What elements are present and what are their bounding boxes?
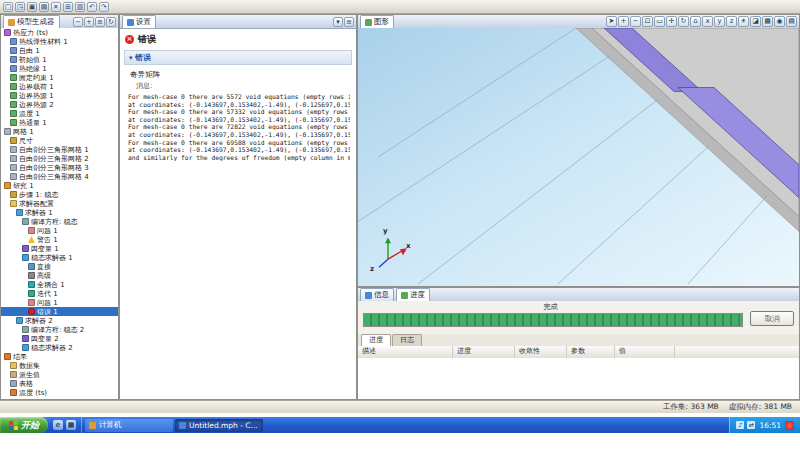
undo-icon[interactable]: ↶ — [87, 2, 97, 12]
column-header[interactable]: 参数 — [567, 346, 615, 358]
network-icon[interactable]: ⇄ — [747, 421, 755, 429]
rotate-icon[interactable]: ↻ — [678, 16, 689, 27]
column-header[interactable]: 描述 — [358, 346, 453, 358]
z-view-icon[interactable]: z — [726, 16, 737, 27]
tree-item[interactable]: 错误 1 — [1, 307, 118, 316]
tab-进度[interactable]: 进度 — [396, 288, 430, 301]
tree-item-label: 自由剖分三角形网格 3 — [19, 163, 89, 172]
tree-item[interactable]: 因变量 2 — [1, 334, 118, 343]
tab-settings[interactable]: 设置 — [122, 15, 156, 28]
collapse-all-icon[interactable]: − — [73, 17, 83, 27]
refresh-icon[interactable]: ↻ — [106, 17, 116, 27]
zoom-extents-icon[interactable]: ⊡ — [642, 16, 653, 27]
pin-icon[interactable]: ▾ — [333, 17, 343, 27]
progress-table-body[interactable] — [358, 358, 799, 399]
subtab-进度[interactable]: 进度 — [361, 334, 391, 346]
zoom-out-icon[interactable]: − — [630, 16, 641, 27]
model-tree[interactable]: 热应力 (ts)热线弹性材料 1自由 1初始值 1热绝缘 1固定约束 1边界载荷… — [1, 28, 118, 399]
tree-item[interactable]: 问题 1 — [1, 298, 118, 307]
tree-item[interactable]: 自由剖分三角形网格 3 — [1, 163, 118, 172]
compile-icon — [22, 326, 29, 333]
tree-item[interactable]: 热应力 (ts) — [1, 28, 118, 37]
tree-item[interactable]: 热通量 1 — [1, 118, 118, 127]
tree-item[interactable]: 编译方程: 稳态 2 — [1, 325, 118, 334]
tree-item[interactable]: 编译方程: 稳态 — [1, 217, 118, 226]
zoom-in-icon[interactable]: + — [618, 16, 629, 27]
copy-icon[interactable]: ⊞ — [63, 2, 73, 12]
tree-item[interactable]: 自由剖分三角形网格 4 — [1, 172, 118, 181]
filter-icon[interactable]: ≡ — [95, 17, 105, 27]
cut-icon[interactable]: ✕ — [51, 2, 61, 12]
tab-graphics[interactable]: 图形 — [360, 15, 394, 28]
error-section-header[interactable]: 错误 — [124, 50, 352, 65]
tree-item[interactable]: 全耦合 1 — [1, 280, 118, 289]
tree-item[interactable]: 网格 1 — [1, 127, 118, 136]
ie-icon[interactable]: e — [53, 420, 63, 430]
tree-item[interactable]: 结果 — [1, 352, 118, 361]
tree-item[interactable]: 步骤 1: 稳态 — [1, 190, 118, 199]
tree-item[interactable]: 求解器 1 — [1, 208, 118, 217]
tree-item[interactable]: 警告 1 — [1, 235, 118, 244]
tree-item[interactable]: 自由剖分三角形网格 1 — [1, 145, 118, 154]
expand-all-icon[interactable]: + — [84, 17, 94, 27]
graphics-canvas[interactable]: x y z — [358, 28, 799, 286]
column-header[interactable]: 收敛性 — [515, 346, 567, 358]
tree-item[interactable]: 问题 1 — [1, 226, 118, 235]
scene-light-icon[interactable]: ☀ — [738, 16, 749, 27]
column-header[interactable]: 值 — [615, 346, 675, 358]
column-header[interactable]: 进度 — [453, 346, 515, 358]
tab-model-builder[interactable]: 模型生成器 — [3, 15, 60, 28]
paste-icon[interactable]: ▥ — [75, 2, 85, 12]
tree-item[interactable]: 边界载荷 1 — [1, 82, 118, 91]
tree-item[interactable]: 求解器 2 — [1, 316, 118, 325]
tree-item[interactable]: 温度 1 — [1, 109, 118, 118]
new-icon[interactable]: □ — [3, 2, 13, 12]
cancel-button[interactable]: 取消 — [750, 311, 794, 326]
zoom-box-icon[interactable]: ▭ — [654, 16, 665, 27]
print-icon[interactable]: ▤ — [786, 16, 797, 27]
pan-icon[interactable]: ✛ — [666, 16, 677, 27]
menu-icon[interactable]: ≡ — [344, 17, 354, 27]
tab-信息[interactable]: 信息 — [360, 288, 394, 301]
taskbar-item[interactable]: Untitled.mph - C... — [175, 419, 263, 432]
tree-item[interactable]: 稳态求解器 1 — [1, 253, 118, 262]
tree-item[interactable]: 初始值 1 — [1, 55, 118, 64]
snapshot-icon[interactable]: ◉ — [774, 16, 785, 27]
print-icon[interactable]: ▤ — [39, 2, 49, 12]
start-button[interactable]: 开始 — [0, 417, 48, 433]
y-view-icon[interactable]: y — [714, 16, 725, 27]
tree-item[interactable]: 求解器配置 — [1, 199, 118, 208]
open-icon[interactable]: ◳ — [15, 2, 25, 12]
save-icon[interactable]: ▣ — [27, 2, 37, 12]
tree-item[interactable]: 数据集 — [1, 361, 118, 370]
tree-item[interactable]: 高级 — [1, 271, 118, 280]
tree-item[interactable]: 直接 — [1, 262, 118, 271]
tree-item[interactable]: 自由 1 — [1, 46, 118, 55]
transparency-icon[interactable]: ◪ — [750, 16, 761, 27]
tree-item[interactable]: 热线弹性材料 1 — [1, 37, 118, 46]
tree-item[interactable]: 迭代 1 — [1, 289, 118, 298]
tree-item[interactable]: 表格 — [1, 379, 118, 388]
redo-icon[interactable]: ↷ — [99, 2, 109, 12]
tree-item[interactable]: 固定约束 1 — [1, 73, 118, 82]
tree-item[interactable]: 因变量 1 — [1, 244, 118, 253]
taskbar-item[interactable]: 计算机 — [85, 419, 173, 432]
tree-item[interactable]: 研究 1 — [1, 181, 118, 190]
tree-item[interactable]: 边界热源 1 — [1, 91, 118, 100]
tree-item[interactable]: 自由剖分三角形网格 2 — [1, 154, 118, 163]
tree-item[interactable]: 尺寸 — [1, 136, 118, 145]
default-view-icon[interactable]: ⌂ — [690, 16, 701, 27]
tree-item[interactable]: 派生值 — [1, 370, 118, 379]
clock[interactable]: 16:51 — [759, 421, 781, 430]
select-icon[interactable]: ➤ — [606, 16, 617, 27]
tree-item[interactable]: 热绝缘 1 — [1, 64, 118, 73]
desktop-icon[interactable]: ▦ — [66, 420, 76, 430]
x-view-icon[interactable]: x — [702, 16, 713, 27]
tree-item[interactable]: 稳态求解器 2 — [1, 343, 118, 352]
shutdown-icon[interactable] — [785, 421, 794, 430]
tree-item[interactable]: 边界热源 2 — [1, 100, 118, 109]
volume-icon[interactable]: ♪ — [736, 421, 744, 429]
subtab-日志[interactable]: 日志 — [392, 334, 422, 346]
tree-item[interactable]: 温度 (ts) — [1, 388, 118, 397]
wireframe-icon[interactable]: ▦ — [762, 16, 773, 27]
